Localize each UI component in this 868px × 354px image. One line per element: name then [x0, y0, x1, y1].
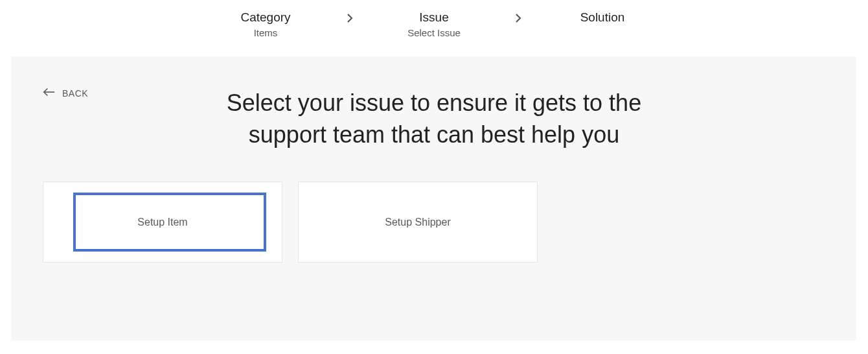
breadcrumb-title: Solution: [580, 10, 625, 25]
back-label: BACK: [62, 88, 88, 99]
arrow-left-icon: [43, 88, 56, 99]
breadcrumb-sub: Items: [254, 27, 278, 38]
breadcrumb-sub: Select Issue: [407, 27, 461, 38]
option-setup-item[interactable]: Setup Item: [43, 182, 282, 263]
breadcrumb-step-issue[interactable]: Issue Select Issue: [369, 10, 499, 38]
breadcrumb: Category Items Issue Select Issue Soluti…: [0, 0, 868, 56]
option-setup-shipper[interactable]: Setup Shipper: [298, 182, 538, 263]
option-label: Setup Shipper: [385, 217, 450, 228]
breadcrumb-step-category[interactable]: Category Items: [201, 10, 330, 38]
options-row: Setup Item Setup Shipper: [43, 182, 825, 263]
page-heading: Select your issue to ensure it gets to t…: [188, 82, 680, 150]
back-button[interactable]: BACK: [43, 88, 88, 99]
option-label: Setup Item: [137, 217, 187, 228]
breadcrumb-step-solution[interactable]: Solution: [538, 10, 667, 27]
chevron-right-icon: [499, 10, 538, 23]
content-panel: BACK Select your issue to ensure it gets…: [12, 56, 856, 340]
chevron-right-icon: [330, 10, 369, 23]
breadcrumb-title: Category: [240, 10, 290, 25]
breadcrumb-title: Issue: [419, 10, 448, 25]
